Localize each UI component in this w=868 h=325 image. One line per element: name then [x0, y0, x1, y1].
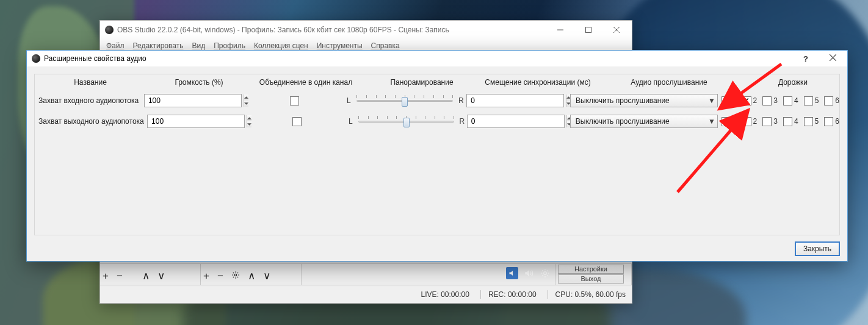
pan-label-r: R	[459, 117, 465, 126]
track-2-checkbox[interactable]	[742, 96, 751, 105]
track-2-checkbox[interactable]	[742, 117, 751, 126]
pan-slider[interactable]	[355, 94, 454, 107]
source-add-icon[interactable]: +	[203, 270, 209, 282]
menu-file[interactable]: Файл	[106, 41, 125, 50]
scene-up-icon[interactable]: ∧	[142, 270, 150, 282]
obs-window-title: OBS Studio 22.0.2 (64-bit, windows) - Пр…	[117, 26, 546, 34]
source-up-icon[interactable]: ∧	[248, 270, 255, 282]
scene-down-icon[interactable]: ∨	[157, 270, 165, 282]
volume-spinbox[interactable]	[144, 94, 242, 107]
track-label: 6	[835, 117, 839, 126]
dialog-help-button[interactable]: ?	[792, 54, 819, 63]
menu-edit[interactable]: Редактировать	[133, 41, 184, 50]
pan-label-l: L	[347, 117, 353, 126]
sync-input[interactable]	[468, 115, 566, 127]
svg-rect-1	[586, 27, 591, 33]
dialog-titlebar: Расширенные свойства аудио ?	[27, 51, 847, 66]
volume-spinbox[interactable]	[147, 115, 245, 128]
table-header: Название Громкость (%) Объединение в оди…	[35, 74, 839, 90]
header-pan: Панорамирование	[360, 78, 484, 87]
track-label: 3	[773, 96, 778, 105]
dialog-icon	[32, 54, 40, 63]
table-row: Захват входного аудиопотока L	[35, 90, 839, 111]
maximize-button[interactable]	[574, 21, 602, 39]
monitor-value: Выключить прослушивание	[571, 96, 706, 105]
exit-button[interactable]: Выход	[558, 274, 624, 284]
track-label: 4	[794, 117, 798, 126]
dialog-body: Название Громкость (%) Объединение в оди…	[34, 74, 840, 235]
track-label: 1	[732, 117, 737, 126]
track-1-checkbox[interactable]	[722, 117, 731, 126]
track-6-checkbox[interactable]	[824, 96, 833, 105]
source-remove-icon[interactable]: −	[217, 270, 223, 282]
header-monitor: Аудио прослушивание	[591, 78, 747, 87]
table-row: Захват выходного аудиопотока L	[35, 111, 839, 132]
track-label: 2	[753, 96, 758, 105]
monitor-dropdown[interactable]: Выключить прослушивание ▼	[570, 94, 718, 107]
track-3-checkbox[interactable]	[762, 117, 772, 126]
status-live: LIVE: 00:00:00	[413, 290, 469, 299]
speaker-icon[interactable]	[524, 268, 534, 278]
menu-tools[interactable]: Инструменты	[317, 41, 363, 50]
source-name: Захват входного аудиопотока	[35, 96, 142, 105]
track-5-checkbox[interactable]	[804, 96, 813, 105]
controls-panel: Настройки Выход	[555, 264, 632, 285]
settings-button[interactable]: Настройки	[558, 265, 624, 274]
header-name: Название	[35, 78, 146, 87]
minimize-button[interactable]	[546, 21, 574, 39]
mixer-gear-icon[interactable]	[540, 268, 550, 278]
mono-checkbox[interactable]	[290, 96, 299, 105]
svg-rect-5	[510, 273, 512, 274]
header-volume: Громкость (%)	[146, 78, 252, 87]
menu-profile[interactable]: Профиль	[214, 41, 245, 50]
track-label: 1	[732, 96, 737, 105]
scene-remove-icon[interactable]: −	[117, 270, 123, 282]
dialog-close-icon[interactable]	[819, 54, 846, 63]
track-4-checkbox[interactable]	[783, 96, 792, 105]
track-6-checkbox[interactable]	[824, 117, 833, 126]
obs-statusbar: LIVE: 00:00:00 REC: 00:00:00 CPU: 0.5%, …	[100, 285, 632, 304]
dialog-close-button[interactable]: Закрыть	[795, 241, 840, 256]
source-down-icon[interactable]: ∨	[263, 270, 270, 282]
track-label: 6	[835, 96, 839, 105]
source-name: Захват выходного аудиопотока	[35, 117, 146, 126]
menu-view[interactable]: Вид	[192, 41, 205, 50]
monitor-dropdown[interactable]: Выключить прослушивание ▼	[570, 115, 718, 128]
pan-slider[interactable]	[357, 115, 455, 128]
scenes-panel-toolbar: + − ∧ ∨	[100, 264, 201, 285]
sources-panel-toolbar: + − ∧ ∨	[201, 264, 302, 285]
chevron-down-icon: ▼	[706, 96, 717, 105]
pan-label-l: L	[345, 96, 352, 105]
track-label: 2	[753, 117, 758, 126]
obs-logo-icon	[105, 26, 114, 34]
volume-input[interactable]	[145, 95, 244, 107]
track-5-checkbox[interactable]	[804, 117, 813, 126]
svg-marker-8	[527, 270, 529, 277]
volume-input[interactable]	[148, 115, 247, 127]
track-4-checkbox[interactable]	[783, 117, 792, 126]
mixer-mute-icon[interactable]	[506, 267, 518, 279]
mixer-panel	[302, 264, 555, 285]
scene-add-icon[interactable]: +	[103, 270, 109, 282]
sync-spinbox[interactable]	[467, 115, 565, 128]
status-rec: REC: 00:00:00	[480, 290, 537, 299]
svg-marker-6	[511, 271, 513, 276]
tracks-group: 1 2 3 4 5 6	[722, 96, 839, 105]
track-label: 5	[815, 117, 819, 126]
sync-input[interactable]	[467, 95, 566, 107]
source-settings-icon[interactable]	[231, 270, 240, 282]
tracks-group: 1 2 3 4 5 6	[722, 117, 839, 126]
chevron-down-icon: ▼	[706, 117, 717, 126]
obs-bottom-panels: + − ∧ ∨ + − ∧ ∨	[100, 263, 632, 303]
svg-point-9	[544, 272, 547, 275]
track-label: 3	[773, 117, 778, 126]
track-1-checkbox[interactable]	[722, 96, 731, 105]
pan-label-r: R	[458, 96, 464, 105]
track-3-checkbox[interactable]	[762, 96, 772, 105]
close-button[interactable]	[602, 21, 631, 39]
menu-help[interactable]: Справка	[371, 41, 400, 50]
svg-point-4	[234, 274, 237, 276]
menu-scene-collection[interactable]: Коллекция сцен	[254, 41, 308, 50]
sync-spinbox[interactable]	[466, 94, 564, 107]
mono-checkbox[interactable]	[292, 117, 302, 126]
